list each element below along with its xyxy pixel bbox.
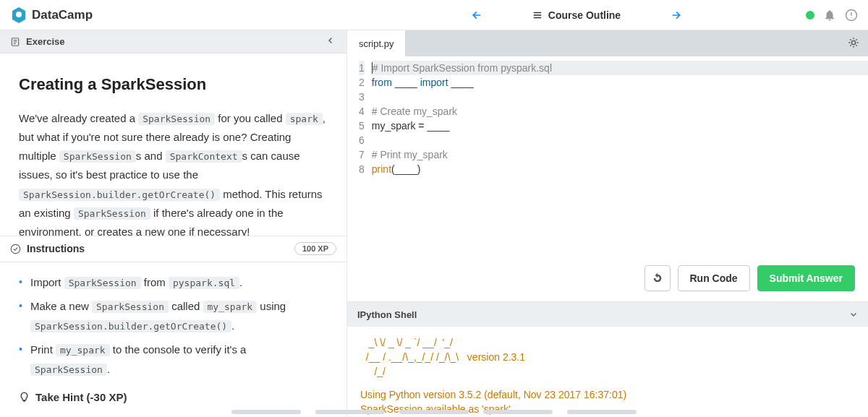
svg-point-0 [16,12,22,17]
document-icon [10,37,20,47]
code-pill: SparkSession [74,207,150,220]
chevron-down-icon[interactable] [849,310,858,319]
chevron-left-icon [326,36,335,45]
progress-bars [0,410,868,414]
code-editor[interactable]: 1 2 3 4 5 6 7 8 # Import SparkSession fr… [347,56,868,176]
submit-answer-button[interactable]: Submit Answer [757,265,855,291]
code-pill: SparkSession [92,301,169,313]
instruction-item: Print my_spark to the console to verify … [19,340,328,379]
exercise-title: Creating a SparkSession [19,71,328,99]
shell-ascii: _\ \/ _ \/ _ `/ __/ '_/ /__ / .__/\_,_/_… [360,335,855,379]
progress-bar [399,410,469,414]
instructions-label: Instructions [27,243,85,254]
status-indicator [806,11,814,20]
reset-button[interactable] [644,265,671,291]
exercise-paragraph: We've already created a SparkSession for… [19,109,328,236]
instruction-item: Make a new SparkSession called my_spark … [19,296,328,335]
tab-script[interactable]: script.py [347,30,406,56]
code-pill: my_spark [203,301,258,313]
shell-header: IPython Shell [347,302,868,327]
code-pill: SparkSession [59,150,136,163]
course-outline-label: Course Outline [548,9,621,21]
progress-bar [315,410,385,414]
alert-icon[interactable] [845,9,858,22]
code-pill: SparkSession [30,364,107,376]
exercise-label: Exercise [26,36,65,47]
shell-body[interactable]: _\ \/ _ \/ _ `/ __/ '_/ /__ / .__/\_,_/_… [347,327,868,417]
arrow-left-icon [471,9,482,21]
progress-bar [483,410,553,414]
next-button[interactable] [664,3,689,27]
take-hint-button[interactable]: Take Hint (-30 XP) [19,387,328,407]
xp-badge: 100 XP [294,242,336,255]
code-pill: SparkSession.builder.getOrCreate() [30,320,231,332]
code-pill: pyspark.sql [169,277,239,289]
brand-name: DataCamp [32,8,93,22]
exercise-header: Exercise [0,30,346,53]
menu-icon [532,10,542,20]
code-pill: my_spark [56,344,110,356]
instruction-item: Import SparkSession from pyspark.sql. [19,272,328,292]
brand-logo[interactable]: DataCamp [10,7,347,24]
code-pill: SparkContext [166,150,242,163]
svg-point-3 [11,244,20,254]
prev-button[interactable] [464,3,489,27]
brightness-button[interactable] [839,37,868,51]
check-circle-icon [10,244,21,254]
bulb-icon [19,392,30,403]
code-pill: SparkSession.builder.getOrCreate() [19,189,220,201]
svg-point-4 [851,40,855,44]
gutter: 1 2 3 4 5 6 7 8 [347,61,372,176]
code-area[interactable]: # Import SparkSession from pyspark.sql f… [372,61,868,176]
code-pill: spark [286,113,323,125]
action-bar: Run Code Submit Answer [347,258,868,302]
collapse-button[interactable] [325,35,336,48]
sun-icon [848,37,859,48]
exercise-panel: Exercise Creating a SparkSession We've a… [0,30,347,417]
editor-tabs: script.py [347,30,868,56]
arrow-right-icon [671,9,682,21]
run-code-button[interactable]: Run Code [678,265,750,291]
progress-bar [567,410,637,414]
bell-icon[interactable] [823,9,836,22]
shell-label: IPython Shell [357,309,417,320]
code-pill: SparkSession [138,113,215,125]
datacamp-logo-icon [10,7,27,24]
hint-label: Take Hint (-30 XP) [35,387,127,407]
progress-bar [231,410,301,414]
code-pill: SparkSession [64,277,141,289]
course-outline-button[interactable]: Course Outline [489,5,664,25]
reset-icon [652,272,663,284]
instructions-header: Instructions 100 XP [0,236,346,262]
